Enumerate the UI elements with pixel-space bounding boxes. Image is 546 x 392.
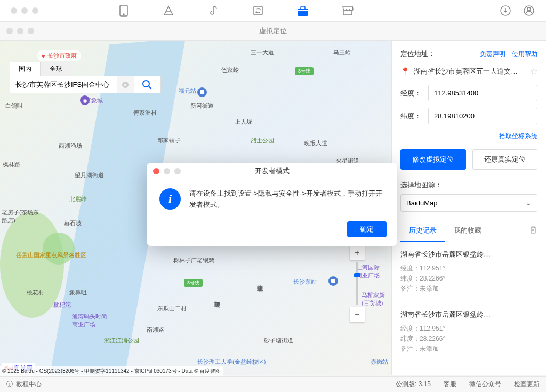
subwindow-minimize[interactable] — [17, 28, 23, 34]
store-icon[interactable] — [341, 4, 354, 17]
search-tab-global[interactable]: 全球 — [41, 62, 71, 76]
svg-rect-3 — [254, 6, 262, 15]
apps-icon[interactable] — [162, 4, 175, 17]
mapsource-label: 选择地图源： — [400, 180, 537, 190]
tab-favorites[interactable]: 我的收藏 — [445, 220, 490, 242]
maximize-button[interactable] — [32, 7, 38, 14]
lat-input[interactable] — [428, 108, 537, 124]
map-label: 赫石坡 — [64, 219, 82, 227]
map-poi-marker: ◉ — [80, 95, 90, 105]
close-button[interactable] — [11, 7, 17, 14]
svg-line-10 — [149, 86, 151, 89]
help-link[interactable]: 使用帮助 — [512, 50, 537, 59]
subwindow-maximize[interactable] — [28, 28, 34, 34]
map-label: 傅家洲村 — [133, 109, 157, 117]
svg-point-16 — [334, 282, 335, 283]
map-label: 三一大道 — [251, 49, 274, 57]
lng-input[interactable] — [428, 85, 537, 101]
svg-rect-4 — [298, 10, 308, 11]
map-label: 晚报大道 — [304, 139, 327, 147]
window-controls — [11, 7, 38, 14]
map-label: 南湖路 — [147, 326, 164, 334]
tutorial-link[interactable]: 教程中心 — [16, 380, 42, 389]
download-icon[interactable] — [499, 4, 512, 17]
map-label: 望月湖街道 — [75, 171, 104, 179]
svg-point-7 — [527, 7, 531, 11]
map-station-icon — [328, 276, 338, 286]
location-pin-icon: 📍 — [400, 67, 410, 76]
dialog-title: 开发者模式 — [255, 166, 290, 176]
map-label: 伍家岭 — [221, 66, 239, 74]
svg-rect-11 — [200, 90, 204, 94]
developer-mode-dialog: 开发者模式 i 请在设备上找到设置->隐私与安全性->开发者模式，手动打开开发者… — [147, 163, 397, 246]
map-label: 枫林路 — [3, 161, 20, 169]
help-icon: ⓘ — [6, 380, 13, 389]
subwindow-close[interactable] — [6, 28, 13, 34]
info-icon: i — [159, 188, 181, 210]
map-label: 烈士公园 — [251, 137, 274, 145]
search-input[interactable] — [10, 76, 117, 93]
svg-point-15 — [332, 282, 333, 283]
tab-history[interactable]: 历史记录 — [400, 220, 445, 242]
map-label: 邓家铺子 — [157, 137, 181, 145]
history-item[interactable]: 湖南省长沙市岳麓区银盆岭… 经度：112.951° 纬度：28.2266° 备注… — [400, 302, 537, 363]
map-label: 西湖渔场 — [59, 142, 82, 150]
zoom-in-button[interactable]: + — [350, 245, 365, 260]
phone-icon[interactable] — [117, 4, 130, 17]
lng-label: 经度： — [400, 89, 422, 98]
toolbox-icon[interactable] — [296, 4, 309, 17]
svg-rect-14 — [331, 279, 335, 283]
check-update-link[interactable]: 检查更新 — [514, 380, 540, 389]
app-toolbar — [0, 0, 546, 21]
dialog-close-button[interactable] — [153, 168, 159, 174]
delete-history-button[interactable] — [529, 226, 537, 236]
map-copyright: © 2025 Baidu - GS(2023)3206号 - 甲测资字11111… — [0, 366, 223, 376]
history-item[interactable]: 湖南省长沙市岳麓区银盆岭… 经度：112.951° 纬度：28.2266° 备注… — [400, 242, 537, 302]
svg-point-9 — [143, 81, 149, 87]
chevron-down-icon: ⌄ — [526, 199, 532, 207]
zoom-out-button[interactable]: − — [350, 307, 365, 322]
map-label: 老房子(茶场东路店) — [2, 209, 44, 225]
address-text: 湖南省长沙市芙蓉区五一大道文… — [414, 67, 526, 76]
road-badge: 3号线 — [184, 279, 203, 287]
map-label: 赤岗站 — [371, 358, 388, 366]
map-label: 树林子广老锅鸡 — [173, 257, 214, 265]
restore-location-button[interactable]: 还原真实定位 — [472, 149, 538, 170]
map-label: 枇杷沱 — [53, 301, 71, 309]
heart-icon: ♥ — [42, 53, 45, 59]
map-label: 福元站 — [179, 87, 196, 95]
modify-location-button[interactable]: 修改虚拟定位 — [400, 149, 466, 170]
sync-icon[interactable] — [252, 4, 264, 17]
svg-point-13 — [203, 93, 204, 94]
map-label: 白鸽咀 — [5, 102, 23, 110]
history-item-title: 湖南省长沙市岳麓区银盆岭… — [400, 250, 537, 259]
lat-label: 纬度： — [400, 111, 422, 121]
profile-icon[interactable] — [523, 4, 535, 17]
search-tab-domestic[interactable]: 国内 — [10, 62, 41, 76]
wechat-link[interactable]: 微信公众号 — [469, 380, 501, 389]
zoom-slider[interactable] — [356, 262, 358, 305]
search-clear-button[interactable] — [117, 76, 134, 93]
music-icon[interactable] — [207, 4, 220, 17]
search-button[interactable] — [134, 76, 160, 93]
gov-badge[interactable]: ♥ 长沙市政府 — [37, 50, 81, 61]
map-label: 长沙东站 — [293, 278, 317, 286]
map-label: 北麓峰 — [69, 195, 87, 203]
dialog-ok-button[interactable]: 确定 — [347, 221, 387, 237]
minimize-button[interactable] — [21, 7, 28, 14]
map-label: 渔湾码头时尚商业广场 — [72, 313, 109, 329]
map-label: 新河街道 — [190, 102, 214, 110]
svg-point-12 — [200, 93, 202, 94]
road-badge: 3号线 — [295, 67, 314, 75]
map-label: 象鼻咀 — [69, 289, 87, 297]
mapsource-select[interactable]: BaiduMap ⌄ — [400, 194, 537, 212]
customer-service-link[interactable]: 客服 — [444, 380, 456, 389]
map-label: 桃花村 — [27, 289, 44, 297]
disclaimer-link[interactable]: 免责声明 — [480, 50, 505, 59]
pickup-coords-link[interactable]: 拾取坐标系统 — [499, 132, 537, 140]
favorite-star-icon[interactable]: ☆ — [530, 66, 537, 76]
map-label: 砂子塘街道 — [264, 337, 293, 345]
window-title: 虚拟定位 — [259, 26, 287, 36]
dialog-minimize-button — [164, 168, 170, 174]
panel-title: 定位地址： — [400, 49, 435, 59]
